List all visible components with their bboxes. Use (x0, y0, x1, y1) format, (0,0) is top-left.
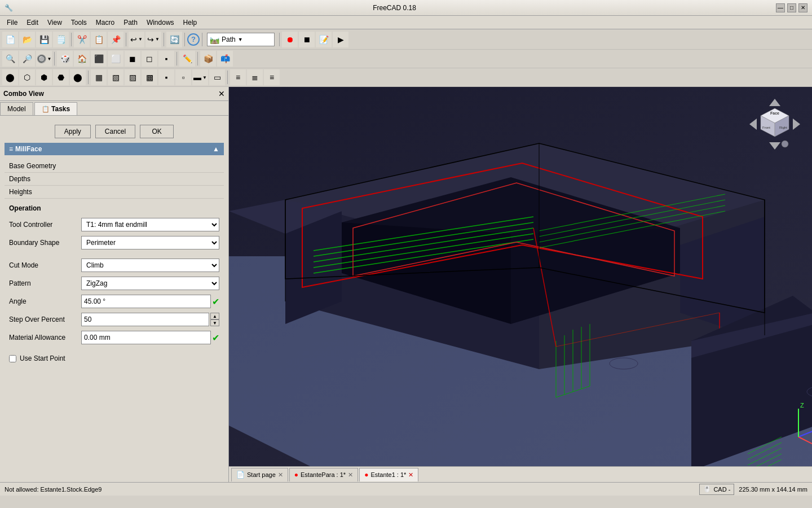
path-op10[interactable]: ▪ (158, 69, 174, 85)
open-shape-button[interactable]: 📦 (200, 51, 216, 67)
menu-help[interactable]: Help (179, 17, 202, 28)
combo-header: Combo View ✕ (0, 87, 228, 101)
path-op4[interactable]: ⬣ (53, 69, 69, 85)
perspective-button[interactable]: 🎲 (57, 51, 73, 67)
save-as-button[interactable]: 💾 (36, 32, 52, 47)
combo-close-button[interactable]: ✕ (218, 89, 225, 98)
path-op6[interactable]: ▦ (91, 69, 107, 85)
step-over-row: Step Over Percent ▲ ▼ (5, 310, 224, 329)
tab-estante1[interactable]: ● Estante1 : 1* ✕ (359, 468, 418, 481)
estante1-close[interactable]: ✕ (408, 471, 413, 479)
path-op5[interactable]: ⬤ (70, 69, 86, 85)
path-op1[interactable]: ⬤ (2, 69, 18, 85)
combo-content: Apply Cancel OK ≡ MillFace ▲ Base Geomet… (0, 116, 228, 482)
path-op8[interactable]: ▨ (125, 69, 140, 85)
redo-button[interactable]: ↪▼ (145, 32, 161, 47)
menu-edit[interactable]: Edit (22, 17, 43, 28)
tab-tasks[interactable]: 📋 Tasks (34, 102, 77, 115)
estante-para-label: EstantePara : 1* (301, 471, 346, 478)
copy-button[interactable]: 📋 (91, 32, 107, 47)
home-view-button[interactable]: 🏠 (74, 51, 90, 67)
start-page-label: Start page (247, 471, 276, 478)
angle-input[interactable] (81, 295, 211, 308)
macro-run-button[interactable]: ▶ (333, 32, 348, 47)
sep-v3 (197, 52, 198, 65)
cancel-button[interactable]: Cancel (95, 125, 135, 138)
svg-marker-69 (793, 119, 800, 130)
menu-windows[interactable]: Windows (142, 17, 179, 28)
step-over-input[interactable] (81, 313, 209, 326)
close-button[interactable]: ✕ (798, 3, 807, 12)
bottom-view-button[interactable]: ▪ (158, 51, 174, 67)
start-page-close[interactable]: ✕ (278, 471, 283, 479)
path-op12[interactable]: ▬▼ (192, 69, 208, 85)
tab-start-page[interactable]: 📄 Start page ✕ (231, 468, 288, 481)
separator-6 (279, 33, 280, 46)
path-extra2[interactable]: ≣ (247, 69, 263, 85)
front-view-button[interactable]: ⬛ (91, 51, 107, 67)
select-button[interactable]: 🔘▼ (36, 51, 52, 67)
tab-estante-para[interactable]: ● EstantePara : 1* ✕ (289, 468, 358, 481)
depths-section[interactable]: Depths (5, 173, 224, 186)
angle-label: Angle (9, 297, 77, 305)
path-op11[interactable]: ▫ (175, 69, 191, 85)
menu-file[interactable]: File (2, 17, 22, 28)
millface-title: ≡ MillFace (9, 145, 42, 153)
path-op2[interactable]: ⬡ (19, 69, 35, 85)
path-extra3[interactable]: ≡ (264, 69, 280, 85)
step-over-down[interactable]: ▼ (210, 319, 219, 326)
minimize-button[interactable]: — (776, 3, 785, 12)
menu-tools[interactable]: Tools (67, 17, 91, 28)
path-extra1[interactable]: ≡ (230, 69, 246, 85)
step-over-up[interactable]: ▲ (210, 313, 219, 319)
save-button[interactable]: 🗒️ (53, 32, 69, 47)
new-button[interactable]: 📄 (2, 32, 18, 47)
cut-mode-select[interactable]: Climb Conventional (81, 259, 219, 272)
refresh-button[interactable]: 🔄 (166, 32, 182, 47)
zoom-fit-button[interactable]: 🔍 (2, 51, 18, 67)
collapse-icon[interactable]: ▲ (213, 145, 219, 153)
undo-button[interactable]: ↩▼ (129, 32, 144, 47)
rear-view-button[interactable]: ◻ (142, 51, 157, 67)
combo-tabs: Model 📋 Tasks (0, 101, 228, 116)
record-button[interactable]: ⏺ (282, 32, 298, 47)
boundary-shape-select[interactable]: Perimeter Stock BoundBox (81, 236, 219, 249)
ok-button[interactable]: OK (140, 125, 174, 138)
window-title: FreeCAD 0.18 (13, 4, 776, 12)
toolbar-view: 🔍 🔎 🔘▼ 🎲 🏠 ⬛ ⬜ ◼ ◻ ▪ ✏️ 📦 📫 (0, 50, 812, 68)
pattern-select[interactable]: ZigZag Offset Spiral ZigZagOffset (81, 277, 219, 290)
menu-view[interactable]: View (43, 17, 67, 28)
menu-path[interactable]: Path (119, 17, 142, 28)
stop-button[interactable]: ⏹ (299, 32, 315, 47)
nav-cube[interactable]: Face Front Right (747, 96, 803, 152)
zoom-in-button[interactable]: 🔎 (19, 51, 35, 67)
path-op3[interactable]: ⬢ (36, 69, 52, 85)
viewport[interactable]: X Y Z (229, 87, 812, 482)
tab-model[interactable]: Model (0, 102, 33, 115)
right-view-button[interactable]: ◼ (125, 51, 140, 67)
use-start-point-checkbox[interactable] (9, 355, 16, 362)
base-geometry-section[interactable]: Base Geometry (5, 160, 224, 173)
paste-button[interactable]: 📌 (108, 32, 123, 47)
menu-macro[interactable]: Macro (91, 17, 119, 28)
macro-edit-button[interactable]: 📝 (316, 32, 332, 47)
workbench-dropdown[interactable]: 🛤️ Path ▼ (207, 33, 275, 46)
material-allowance-input[interactable] (81, 331, 211, 344)
path-op7[interactable]: ▧ (108, 69, 123, 85)
path-op13[interactable]: ▭ (209, 69, 225, 85)
path-op9[interactable]: ▩ (142, 69, 157, 85)
apply-button[interactable]: Apply (55, 125, 91, 138)
close-shape-button[interactable]: 📫 (217, 51, 233, 67)
maximize-button[interactable]: □ (787, 3, 796, 12)
millface-header[interactable]: ≡ MillFace ▲ (5, 143, 224, 155)
combo-panel: Combo View ✕ Model 📋 Tasks Apply Cancel … (0, 87, 229, 482)
help-button[interactable]: ? (187, 33, 200, 46)
open-button[interactable]: 📂 (19, 32, 35, 47)
cut-button[interactable]: ✂️ (74, 32, 90, 47)
draw-style-button[interactable]: ✏️ (179, 51, 195, 67)
estante-para-close[interactable]: ✕ (348, 471, 353, 479)
top-view-button[interactable]: ⬜ (108, 51, 123, 67)
tool-controller-select[interactable]: T1: 4mm flat endmill (81, 218, 219, 231)
angle-valid-icon: ✔ (212, 296, 219, 307)
heights-section[interactable]: Heights (5, 186, 224, 199)
